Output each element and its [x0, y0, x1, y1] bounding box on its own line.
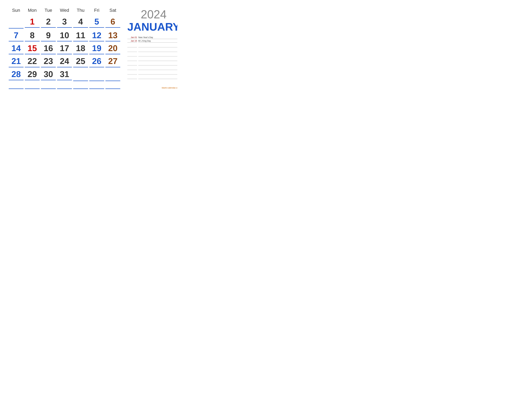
date-number: 6: [105, 17, 121, 26]
note-text-line: [138, 50, 177, 52]
cell-underline: [25, 80, 40, 80]
cal-cell-1-5: 4: [73, 16, 89, 29]
cell-underline: [25, 54, 40, 54]
day-header-thu: Thu: [73, 6, 89, 14]
cal-cell-3-3: 16: [40, 42, 57, 55]
cell-underline: [57, 67, 72, 67]
event-date: Jan 01: [127, 36, 137, 39]
note-spacer: [127, 52, 177, 54]
cal-cell-3-5: 18: [73, 42, 89, 55]
extra-cell-5: [89, 82, 105, 89]
note-date-line: [127, 63, 137, 65]
event-name: New Year's Day: [138, 36, 177, 39]
note-spacer: [127, 57, 177, 59]
cal-cell-1-4: 3: [57, 16, 73, 29]
note-spacer: [127, 75, 177, 77]
day-header-mon: Mon: [24, 6, 40, 14]
day-header-sun: Sun: [8, 6, 24, 14]
cell-underline: [25, 67, 40, 67]
event-name-label: M L King Day: [138, 40, 177, 42]
date-number: 17: [57, 44, 73, 53]
cal-cell-5-3: 30: [40, 68, 57, 82]
cal-cell-2-1: 7: [8, 29, 24, 42]
cell-underline: [57, 80, 72, 80]
extra-underline: [9, 88, 24, 89]
note-row: [127, 63, 177, 65]
cal-cell-3-7: 20: [105, 42, 121, 55]
cal-cell-5-1: 28: [8, 68, 24, 82]
cal-cell-5-2: 29: [24, 68, 40, 82]
website-credit: blank-calendar.com: [127, 86, 177, 89]
cal-cell-2-3: 9: [40, 29, 57, 42]
cell-underline: [89, 81, 104, 81]
cal-cell-2-5: 11: [73, 29, 89, 42]
date-number: 28: [8, 70, 24, 79]
extra-underline: [89, 88, 104, 89]
note-spacer: [127, 66, 177, 68]
cell-underline: [73, 67, 88, 67]
week-row-5: 28293031: [8, 68, 121, 82]
cal-cell-2-7: 13: [105, 29, 121, 42]
week-row-3: 14151617181920: [8, 42, 121, 55]
cal-cell-4-2: 22: [24, 55, 40, 68]
note-text-line: [138, 77, 177, 79]
year-display: 2024: [127, 8, 177, 21]
cell-underline: [89, 54, 104, 54]
cell-underline: [9, 41, 24, 41]
cell-underline: [89, 41, 104, 41]
note-row: [127, 77, 177, 79]
event-name: M L King Day: [138, 40, 177, 43]
extra-underline: [25, 88, 40, 89]
cell-underline: [25, 27, 40, 28]
cal-cell-4-4: 24: [57, 55, 73, 68]
date-number: 25: [73, 56, 89, 66]
note-row: [127, 59, 177, 61]
cal-cell-1-3: 2: [40, 16, 57, 29]
cell-underline: [9, 54, 24, 54]
cal-cell-3-2: 15: [24, 42, 40, 55]
cell-underline: [73, 81, 88, 81]
cell-underline: [105, 54, 120, 54]
note-date-line: [127, 77, 137, 79]
note-date-line: [127, 59, 137, 61]
note-spacer: [127, 48, 177, 50]
date-number: 18: [73, 44, 89, 53]
day-header-fri: Fri: [89, 6, 105, 14]
cal-cell-1-7: 6: [105, 16, 121, 29]
cal-cell-2-2: 8: [24, 29, 40, 42]
date-number: 29: [24, 70, 40, 79]
cal-cell-4-5: 25: [73, 55, 89, 68]
note-spacer: [127, 43, 177, 45]
date-number: 21: [8, 56, 24, 66]
event-row: Jan 15M L King Day: [127, 40, 177, 43]
note-date-line: [127, 50, 137, 52]
cell-underline: [105, 67, 120, 67]
calendar-grid: 1234567891011121314151617181920212223242…: [8, 16, 121, 82]
date-number: 27: [105, 56, 121, 66]
date-number: 22: [24, 56, 40, 66]
note-date-line: [127, 68, 137, 70]
extra-cell-3: [57, 82, 73, 89]
date-number: 14: [8, 44, 24, 53]
note-row: [127, 54, 177, 56]
event-date-label: Jan 15: [127, 40, 137, 42]
cell-underline: [57, 27, 72, 28]
date-number: 3: [57, 17, 73, 26]
cell-underline: [89, 67, 104, 67]
cal-cell-3-6: 19: [89, 42, 105, 55]
date-number: 31: [57, 70, 73, 79]
date-number: 26: [89, 56, 105, 66]
extra-underline: [73, 88, 88, 89]
calendar-page: SunMonTueWedThuFriSat 123456789101112131…: [8, 6, 169, 89]
day-header-tue: Tue: [40, 6, 57, 14]
date-number: 15: [24, 44, 40, 53]
note-spacer: [127, 70, 177, 72]
calendar-grid-section: SunMonTueWedThuFriSat 123456789101112131…: [8, 6, 124, 89]
cell-underline: [89, 27, 104, 28]
cal-cell-3-1: 14: [8, 42, 24, 55]
cal-cell-2-6: 12: [89, 29, 105, 42]
cell-underline: [41, 41, 56, 41]
date-number: 9: [40, 31, 57, 40]
cal-cell-4-7: 27: [105, 55, 121, 68]
day-headers-row: SunMonTueWedThuFriSat: [8, 6, 121, 14]
